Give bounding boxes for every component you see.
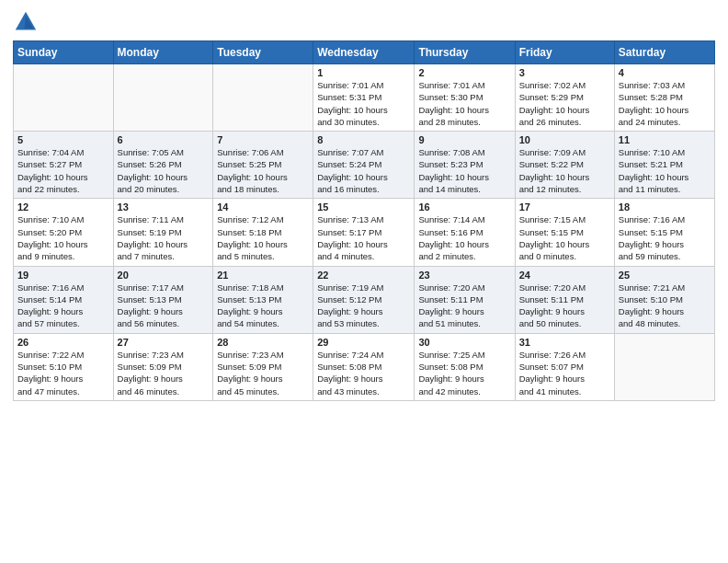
calendar-cell xyxy=(14,64,114,132)
calendar-cell: 7Sunrise: 7:06 AM Sunset: 5:25 PM Daylig… xyxy=(213,132,313,199)
calendar-cell: 27Sunrise: 7:23 AM Sunset: 5:09 PM Dayli… xyxy=(113,333,213,400)
calendar-cell: 4Sunrise: 7:03 AM Sunset: 5:28 PM Daylig… xyxy=(614,64,714,132)
day-number: 7 xyxy=(217,134,309,145)
calendar-cell: 18Sunrise: 7:16 AM Sunset: 5:15 PM Dayli… xyxy=(614,199,714,266)
day-info: Sunrise: 7:23 AM Sunset: 5:09 PM Dayligh… xyxy=(217,349,309,397)
calendar-cell: 6Sunrise: 7:05 AM Sunset: 5:26 PM Daylig… xyxy=(113,132,213,199)
day-number: 22 xyxy=(317,270,410,281)
day-number: 3 xyxy=(519,67,610,78)
day-info: Sunrise: 7:25 AM Sunset: 5:08 PM Dayligh… xyxy=(418,349,510,397)
day-number: 26 xyxy=(17,337,109,348)
calendar-header-monday: Monday xyxy=(113,41,213,64)
day-info: Sunrise: 7:01 AM Sunset: 5:31 PM Dayligh… xyxy=(317,79,410,128)
day-info: Sunrise: 7:24 AM Sunset: 5:08 PM Dayligh… xyxy=(317,349,410,397)
day-number: 6 xyxy=(118,134,210,145)
calendar-cell: 3Sunrise: 7:02 AM Sunset: 5:29 PM Daylig… xyxy=(515,64,614,132)
day-number: 1 xyxy=(317,67,410,78)
day-number: 20 xyxy=(118,270,210,281)
calendar-table: SundayMondayTuesdayWednesdayThursdayFrid… xyxy=(13,40,715,401)
day-number: 5 xyxy=(17,134,109,145)
day-number: 28 xyxy=(217,337,309,348)
day-number: 18 xyxy=(619,201,711,213)
calendar-cell: 11Sunrise: 7:10 AM Sunset: 5:21 PM Dayli… xyxy=(614,132,714,199)
calendar-cell xyxy=(213,64,313,132)
day-info: Sunrise: 7:20 AM Sunset: 5:11 PM Dayligh… xyxy=(519,282,610,330)
day-info: Sunrise: 7:21 AM Sunset: 5:10 PM Dayligh… xyxy=(619,282,711,330)
day-info: Sunrise: 7:06 AM Sunset: 5:25 PM Dayligh… xyxy=(217,146,309,195)
day-number: 27 xyxy=(118,337,210,348)
day-info: Sunrise: 7:14 AM Sunset: 5:16 PM Dayligh… xyxy=(418,213,510,262)
day-info: Sunrise: 7:17 AM Sunset: 5:13 PM Dayligh… xyxy=(118,282,210,330)
calendar-cell: 17Sunrise: 7:15 AM Sunset: 5:15 PM Dayli… xyxy=(515,199,614,266)
day-number: 25 xyxy=(619,270,711,281)
logo-icon xyxy=(13,9,39,35)
calendar-header-friday: Friday xyxy=(515,41,614,64)
calendar-cell: 21Sunrise: 7:18 AM Sunset: 5:13 PM Dayli… xyxy=(213,266,313,333)
day-number: 11 xyxy=(619,134,711,145)
calendar-cell: 31Sunrise: 7:26 AM Sunset: 5:07 PM Dayli… xyxy=(515,333,614,400)
day-number: 24 xyxy=(519,270,610,281)
calendar-cell: 23Sunrise: 7:20 AM Sunset: 5:11 PM Dayli… xyxy=(415,266,515,333)
day-info: Sunrise: 7:16 AM Sunset: 5:14 PM Dayligh… xyxy=(17,282,109,330)
day-info: Sunrise: 7:15 AM Sunset: 5:15 PM Dayligh… xyxy=(519,213,610,262)
calendar-cell: 10Sunrise: 7:09 AM Sunset: 5:22 PM Dayli… xyxy=(515,132,614,199)
calendar-cell: 8Sunrise: 7:07 AM Sunset: 5:24 PM Daylig… xyxy=(313,132,415,199)
day-info: Sunrise: 7:01 AM Sunset: 5:30 PM Dayligh… xyxy=(418,79,510,128)
calendar-cell: 29Sunrise: 7:24 AM Sunset: 5:08 PM Dayli… xyxy=(313,333,415,400)
day-number: 10 xyxy=(519,134,610,145)
day-info: Sunrise: 7:05 AM Sunset: 5:26 PM Dayligh… xyxy=(118,146,210,195)
day-number: 29 xyxy=(317,337,410,348)
day-info: Sunrise: 7:19 AM Sunset: 5:12 PM Dayligh… xyxy=(317,282,410,330)
day-info: Sunrise: 7:20 AM Sunset: 5:11 PM Dayligh… xyxy=(418,282,510,330)
calendar-cell: 13Sunrise: 7:11 AM Sunset: 5:19 PM Dayli… xyxy=(113,199,213,266)
day-number: 4 xyxy=(619,67,711,78)
calendar-cell xyxy=(614,333,714,400)
day-info: Sunrise: 7:08 AM Sunset: 5:23 PM Dayligh… xyxy=(418,146,510,195)
day-number: 14 xyxy=(217,201,309,213)
calendar-week-row: 5Sunrise: 7:04 AM Sunset: 5:27 PM Daylig… xyxy=(14,132,715,199)
day-info: Sunrise: 7:22 AM Sunset: 5:10 PM Dayligh… xyxy=(17,349,109,397)
day-number: 9 xyxy=(418,134,510,145)
calendar-cell: 24Sunrise: 7:20 AM Sunset: 5:11 PM Dayli… xyxy=(515,266,614,333)
day-number: 12 xyxy=(17,201,109,213)
calendar-week-row: 19Sunrise: 7:16 AM Sunset: 5:14 PM Dayli… xyxy=(14,266,715,333)
day-info: Sunrise: 7:23 AM Sunset: 5:09 PM Dayligh… xyxy=(118,349,210,397)
logo xyxy=(13,9,42,35)
calendar-header-wednesday: Wednesday xyxy=(313,41,415,64)
calendar-cell: 15Sunrise: 7:13 AM Sunset: 5:17 PM Dayli… xyxy=(313,199,415,266)
day-number: 2 xyxy=(418,67,510,78)
day-info: Sunrise: 7:12 AM Sunset: 5:18 PM Dayligh… xyxy=(217,213,309,262)
day-info: Sunrise: 7:10 AM Sunset: 5:20 PM Dayligh… xyxy=(17,213,109,262)
calendar-cell: 25Sunrise: 7:21 AM Sunset: 5:10 PM Dayli… xyxy=(614,266,714,333)
calendar-cell: 28Sunrise: 7:23 AM Sunset: 5:09 PM Dayli… xyxy=(213,333,313,400)
day-info: Sunrise: 7:04 AM Sunset: 5:27 PM Dayligh… xyxy=(17,146,109,195)
calendar-header-thursday: Thursday xyxy=(415,41,515,64)
calendar-week-row: 1Sunrise: 7:01 AM Sunset: 5:31 PM Daylig… xyxy=(14,64,715,132)
day-number: 31 xyxy=(519,337,610,348)
calendar-cell: 5Sunrise: 7:04 AM Sunset: 5:27 PM Daylig… xyxy=(14,132,114,199)
day-number: 19 xyxy=(17,270,109,281)
day-info: Sunrise: 7:07 AM Sunset: 5:24 PM Dayligh… xyxy=(317,146,410,195)
calendar-cell: 12Sunrise: 7:10 AM Sunset: 5:20 PM Dayli… xyxy=(14,199,114,266)
calendar-week-row: 26Sunrise: 7:22 AM Sunset: 5:10 PM Dayli… xyxy=(14,333,715,400)
calendar-cell: 30Sunrise: 7:25 AM Sunset: 5:08 PM Dayli… xyxy=(415,333,515,400)
calendar-header-row: SundayMondayTuesdayWednesdayThursdayFrid… xyxy=(14,41,715,64)
calendar-cell: 16Sunrise: 7:14 AM Sunset: 5:16 PM Dayli… xyxy=(415,199,515,266)
calendar-cell: 26Sunrise: 7:22 AM Sunset: 5:10 PM Dayli… xyxy=(14,333,114,400)
day-info: Sunrise: 7:18 AM Sunset: 5:13 PM Dayligh… xyxy=(217,282,309,330)
day-info: Sunrise: 7:13 AM Sunset: 5:17 PM Dayligh… xyxy=(317,213,410,262)
calendar-header-tuesday: Tuesday xyxy=(213,41,313,64)
calendar-cell: 22Sunrise: 7:19 AM Sunset: 5:12 PM Dayli… xyxy=(313,266,415,333)
day-info: Sunrise: 7:26 AM Sunset: 5:07 PM Dayligh… xyxy=(519,349,610,397)
calendar-week-row: 12Sunrise: 7:10 AM Sunset: 5:20 PM Dayli… xyxy=(14,199,715,266)
day-info: Sunrise: 7:11 AM Sunset: 5:19 PM Dayligh… xyxy=(118,213,210,262)
day-number: 15 xyxy=(317,201,410,213)
day-number: 17 xyxy=(519,201,610,213)
day-info: Sunrise: 7:02 AM Sunset: 5:29 PM Dayligh… xyxy=(519,79,610,128)
calendar-header-sunday: Sunday xyxy=(14,41,114,64)
calendar-header-saturday: Saturday xyxy=(614,41,714,64)
page: SundayMondayTuesdayWednesdayThursdayFrid… xyxy=(0,0,728,563)
day-number: 23 xyxy=(418,270,510,281)
day-number: 16 xyxy=(418,201,510,213)
calendar-cell: 14Sunrise: 7:12 AM Sunset: 5:18 PM Dayli… xyxy=(213,199,313,266)
